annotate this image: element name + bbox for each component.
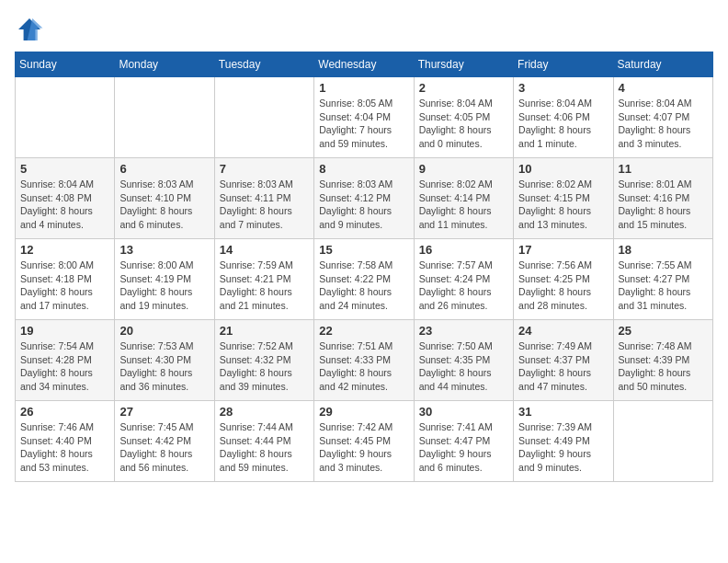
day-info: Sunrise: 8:04 AM Sunset: 4:06 PM Dayligh… xyxy=(518,97,608,151)
day-info: Sunrise: 8:05 AM Sunset: 4:04 PM Dayligh… xyxy=(319,97,408,151)
calendar-cell: 28Sunrise: 7:44 AM Sunset: 4:44 PM Dayli… xyxy=(214,401,313,482)
weekday-header-tuesday: Tuesday xyxy=(214,52,313,77)
calendar-week-row: 1Sunrise: 8:05 AM Sunset: 4:04 PM Daylig… xyxy=(16,77,713,158)
day-info: Sunrise: 8:01 AM Sunset: 4:16 PM Dayligh… xyxy=(619,178,708,232)
day-info: Sunrise: 8:02 AM Sunset: 4:15 PM Dayligh… xyxy=(518,178,608,232)
day-number: 19 xyxy=(20,324,109,338)
day-info: Sunrise: 7:54 AM Sunset: 4:28 PM Dayligh… xyxy=(20,339,109,394)
day-number: 21 xyxy=(220,324,309,338)
calendar-cell: 22Sunrise: 7:51 AM Sunset: 4:33 PM Dayli… xyxy=(314,320,414,401)
day-number: 18 xyxy=(619,243,708,257)
calendar-cell: 16Sunrise: 7:57 AM Sunset: 4:24 PM Dayli… xyxy=(414,239,513,320)
calendar-cell: 14Sunrise: 7:59 AM Sunset: 4:21 PM Dayli… xyxy=(214,239,313,320)
calendar-cell: 1Sunrise: 8:05 AM Sunset: 4:04 PM Daylig… xyxy=(314,77,414,158)
calendar-cell: 18Sunrise: 7:55 AM Sunset: 4:27 PM Dayli… xyxy=(613,239,712,320)
calendar-cell xyxy=(214,77,313,158)
day-number: 31 xyxy=(518,405,608,419)
day-info: Sunrise: 7:41 AM Sunset: 4:47 PM Dayligh… xyxy=(419,420,508,475)
calendar-cell: 24Sunrise: 7:49 AM Sunset: 4:37 PM Dayli… xyxy=(514,320,613,401)
day-info: Sunrise: 7:44 AM Sunset: 4:44 PM Dayligh… xyxy=(220,420,309,475)
calendar-week-row: 12Sunrise: 8:00 AM Sunset: 4:18 PM Dayli… xyxy=(16,239,713,320)
day-info: Sunrise: 7:53 AM Sunset: 4:30 PM Dayligh… xyxy=(119,339,209,394)
day-info: Sunrise: 8:02 AM Sunset: 4:14 PM Dayligh… xyxy=(419,178,508,232)
day-number: 7 xyxy=(220,162,309,176)
calendar-cell: 21Sunrise: 7:52 AM Sunset: 4:32 PM Dayli… xyxy=(214,320,313,401)
calendar-week-row: 19Sunrise: 7:54 AM Sunset: 4:28 PM Dayli… xyxy=(16,320,713,401)
day-number: 30 xyxy=(419,405,508,419)
calendar-cell: 12Sunrise: 8:00 AM Sunset: 4:18 PM Dayli… xyxy=(16,239,115,320)
calendar-cell xyxy=(16,77,115,158)
day-info: Sunrise: 7:50 AM Sunset: 4:35 PM Dayligh… xyxy=(419,339,508,394)
calendar-cell: 3Sunrise: 8:04 AM Sunset: 4:06 PM Daylig… xyxy=(514,77,613,158)
day-number: 1 xyxy=(319,81,408,95)
weekday-header-wednesday: Wednesday xyxy=(314,52,414,77)
calendar-cell: 26Sunrise: 7:46 AM Sunset: 4:40 PM Dayli… xyxy=(16,401,115,482)
calendar-cell: 7Sunrise: 8:03 AM Sunset: 4:11 PM Daylig… xyxy=(214,158,313,239)
logo-icon xyxy=(15,15,44,44)
day-number: 9 xyxy=(419,162,508,176)
calendar-table: SundayMondayTuesdayWednesdayThursdayFrid… xyxy=(15,52,713,482)
day-number: 15 xyxy=(319,243,408,257)
weekday-header-sunday: Sunday xyxy=(16,52,115,77)
day-number: 25 xyxy=(619,324,708,338)
day-info: Sunrise: 7:39 AM Sunset: 4:49 PM Dayligh… xyxy=(518,420,608,475)
day-number: 13 xyxy=(119,243,209,257)
day-info: Sunrise: 7:58 AM Sunset: 4:22 PM Dayligh… xyxy=(319,259,408,313)
day-info: Sunrise: 7:51 AM Sunset: 4:33 PM Dayligh… xyxy=(319,339,408,394)
calendar-cell: 13Sunrise: 8:00 AM Sunset: 4:19 PM Dayli… xyxy=(115,239,214,320)
calendar-cell: 8Sunrise: 8:03 AM Sunset: 4:12 PM Daylig… xyxy=(314,158,414,239)
calendar-cell: 10Sunrise: 8:02 AM Sunset: 4:15 PM Dayli… xyxy=(514,158,613,239)
weekday-header-monday: Monday xyxy=(115,52,214,77)
day-number: 27 xyxy=(119,405,209,419)
day-info: Sunrise: 7:48 AM Sunset: 4:39 PM Dayligh… xyxy=(619,339,708,394)
day-number: 28 xyxy=(220,405,309,419)
weekday-header-thursday: Thursday xyxy=(414,52,513,77)
calendar-cell: 31Sunrise: 7:39 AM Sunset: 4:49 PM Dayli… xyxy=(514,401,613,482)
day-info: Sunrise: 8:04 AM Sunset: 4:07 PM Dayligh… xyxy=(619,97,708,151)
calendar-cell: 25Sunrise: 7:48 AM Sunset: 4:39 PM Dayli… xyxy=(613,320,712,401)
calendar-cell: 20Sunrise: 7:53 AM Sunset: 4:30 PM Dayli… xyxy=(115,320,214,401)
day-info: Sunrise: 8:03 AM Sunset: 4:12 PM Dayligh… xyxy=(319,178,408,232)
day-number: 6 xyxy=(119,162,209,176)
day-number: 17 xyxy=(518,243,608,257)
day-number: 3 xyxy=(518,81,608,95)
weekday-header-friday: Friday xyxy=(514,52,613,77)
day-info: Sunrise: 7:42 AM Sunset: 4:45 PM Dayligh… xyxy=(319,420,408,475)
calendar-cell: 17Sunrise: 7:56 AM Sunset: 4:25 PM Dayli… xyxy=(514,239,613,320)
day-number: 2 xyxy=(419,81,508,95)
weekday-header-saturday: Saturday xyxy=(613,52,712,77)
day-info: Sunrise: 8:00 AM Sunset: 4:19 PM Dayligh… xyxy=(119,259,209,313)
day-number: 10 xyxy=(518,162,608,176)
calendar-week-row: 26Sunrise: 7:46 AM Sunset: 4:40 PM Dayli… xyxy=(16,401,713,482)
calendar-cell: 11Sunrise: 8:01 AM Sunset: 4:16 PM Dayli… xyxy=(613,158,712,239)
day-number: 16 xyxy=(419,243,508,257)
day-number: 12 xyxy=(20,243,109,257)
day-info: Sunrise: 7:49 AM Sunset: 4:37 PM Dayligh… xyxy=(518,339,608,394)
day-info: Sunrise: 7:56 AM Sunset: 4:25 PM Dayligh… xyxy=(518,259,608,313)
day-info: Sunrise: 8:03 AM Sunset: 4:11 PM Dayligh… xyxy=(220,178,309,232)
page-header xyxy=(15,15,713,44)
day-number: 11 xyxy=(619,162,708,176)
day-number: 4 xyxy=(619,81,708,95)
day-number: 5 xyxy=(20,162,109,176)
weekday-header-row: SundayMondayTuesdayWednesdayThursdayFrid… xyxy=(16,52,713,77)
day-number: 23 xyxy=(419,324,508,338)
calendar-cell: 19Sunrise: 7:54 AM Sunset: 4:28 PM Dayli… xyxy=(16,320,115,401)
day-info: Sunrise: 8:00 AM Sunset: 4:18 PM Dayligh… xyxy=(20,259,109,313)
day-info: Sunrise: 7:46 AM Sunset: 4:40 PM Dayligh… xyxy=(20,420,109,475)
day-number: 26 xyxy=(20,405,109,419)
day-info: Sunrise: 7:45 AM Sunset: 4:42 PM Dayligh… xyxy=(119,420,209,475)
day-number: 29 xyxy=(319,405,408,419)
calendar-cell xyxy=(115,77,214,158)
day-number: 24 xyxy=(518,324,608,338)
day-number: 20 xyxy=(119,324,209,338)
day-number: 14 xyxy=(220,243,309,257)
day-info: Sunrise: 7:59 AM Sunset: 4:21 PM Dayligh… xyxy=(220,259,309,313)
day-info: Sunrise: 8:03 AM Sunset: 4:10 PM Dayligh… xyxy=(119,178,209,232)
day-number: 22 xyxy=(319,324,408,338)
calendar-cell: 4Sunrise: 8:04 AM Sunset: 4:07 PM Daylig… xyxy=(613,77,712,158)
calendar-cell: 27Sunrise: 7:45 AM Sunset: 4:42 PM Dayli… xyxy=(115,401,214,482)
calendar-cell: 15Sunrise: 7:58 AM Sunset: 4:22 PM Dayli… xyxy=(314,239,414,320)
calendar-cell: 29Sunrise: 7:42 AM Sunset: 4:45 PM Dayli… xyxy=(314,401,414,482)
calendar-week-row: 5Sunrise: 8:04 AM Sunset: 4:08 PM Daylig… xyxy=(16,158,713,239)
